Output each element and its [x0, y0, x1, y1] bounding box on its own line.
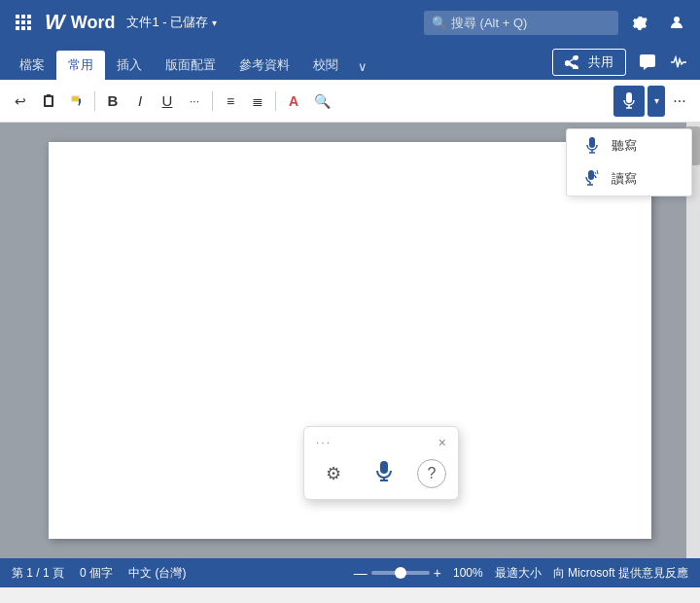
svg-rect-1 [21, 15, 25, 18]
svg-rect-15 [589, 137, 595, 148]
floating-toolbar: ··· × ⚙ ? [303, 426, 459, 500]
status-bar: 第 1 / 1 頁 0 個字 中文 (台灣) — + 100% 最適大小 向 M… [0, 558, 700, 587]
doc-title-chevron: ▾ [212, 18, 217, 28]
svg-rect-7 [21, 26, 25, 30]
dropdown-listen[interactable]: 聽寫 [567, 129, 691, 162]
grid-icon[interactable] [10, 9, 37, 36]
floating-toolbar-dots: ··· [316, 436, 332, 449]
ribbon-right-icons [634, 49, 692, 76]
paste-btn[interactable] [35, 88, 62, 115]
tab-references[interactable]: 參考資料 [228, 51, 301, 80]
app-name-label: Word [71, 13, 116, 33]
status-bar-right: — + 100% 最適大小 向 Microsoft 提供意見反應 [354, 565, 688, 582]
floating-mic-icon [375, 461, 393, 487]
floating-toolbar-top: ··· × [316, 435, 446, 450]
comment-icon[interactable] [634, 49, 661, 76]
svg-rect-21 [380, 461, 388, 474]
svg-rect-10 [47, 94, 51, 96]
feedback-label[interactable]: 向 Microsoft 提供意見反應 [553, 565, 688, 582]
share-label: 共用 [588, 53, 613, 71]
tab-home[interactable]: 常用 [56, 51, 105, 80]
svg-rect-3 [16, 20, 19, 24]
floating-mic-btn[interactable] [367, 456, 402, 491]
language-info: 中文 (台灣) [128, 565, 186, 582]
para-spacing-btn[interactable]: ≣ [245, 88, 270, 115]
user-icon[interactable] [663, 9, 690, 36]
separator-3 [275, 91, 276, 111]
svg-rect-6 [16, 26, 19, 30]
italic-btn[interactable]: I [127, 88, 153, 115]
dictation-label: 讀寫 [612, 170, 637, 188]
floating-toolbar-close[interactable]: × [438, 435, 446, 450]
floating-help-btn[interactable]: ? [417, 459, 446, 488]
mic-area: ▾ ··· 聽寫 [613, 86, 692, 117]
svg-rect-12 [626, 92, 632, 103]
separator-2 [212, 91, 213, 111]
activity-icon[interactable] [665, 49, 692, 76]
zoom-plus-btn[interactable]: + [434, 565, 441, 581]
word-count: 0 個字 [80, 565, 113, 582]
search-container: 🔍 [424, 11, 618, 35]
fit-label[interactable]: 最適大小 [495, 565, 542, 582]
bullet-list-btn[interactable]: ≡ [218, 88, 243, 115]
search-input[interactable] [424, 11, 618, 35]
dictation-icon [582, 170, 602, 188]
tab-layout[interactable]: 版面配置 [154, 51, 228, 80]
zoom-thumb [395, 567, 406, 579]
ribbon-more-btn[interactable]: ∨ [350, 53, 375, 80]
title-bar: W Word 文件1 - 已儲存 ▾ 🔍 [0, 0, 700, 45]
svg-rect-5 [27, 20, 31, 24]
tab-review[interactable]: 校閱 [301, 51, 350, 80]
format-painter-btn[interactable] [64, 88, 89, 115]
undo-btn[interactable]: ↩ [8, 88, 33, 115]
share-button[interactable]: 共用 [552, 49, 626, 76]
toolbar-more-btn[interactable]: ··· [667, 88, 692, 115]
zoom-slider[interactable] [371, 571, 430, 575]
floating-settings-btn[interactable]: ⚙ [316, 456, 351, 491]
separator-1 [94, 91, 95, 111]
font-color-btn[interactable]: A [281, 88, 306, 115]
listen-mic-icon [582, 137, 602, 155]
mic-dropdown-menu: 聽寫 讀寫 [566, 128, 692, 196]
mic-dropdown-arrow[interactable]: ▾ [648, 86, 665, 117]
doc-title-text: 文件1 - 已儲存 [126, 14, 208, 31]
zoom-percent: 100% [453, 566, 483, 580]
tab-file[interactable]: 檔案 [8, 51, 56, 80]
underline-btn[interactable]: U [155, 88, 180, 115]
toolbar: ↩ B I U ··· ≡ ≣ A 🔍 ▾ ··· [0, 80, 700, 123]
svg-rect-18 [588, 170, 594, 180]
svg-rect-11 [72, 96, 79, 101]
svg-rect-8 [27, 26, 31, 30]
more-formatting-btn[interactable]: ··· [182, 88, 207, 115]
floating-toolbar-buttons: ⚙ ? [316, 456, 446, 491]
dropdown-dictation[interactable]: 讀寫 [567, 162, 691, 195]
app-logo: W Word [45, 10, 115, 35]
svg-rect-4 [21, 20, 25, 24]
bold-btn[interactable]: B [100, 88, 125, 115]
settings-icon[interactable] [626, 9, 653, 36]
doc-title[interactable]: 文件1 - 已儲存 ▾ [126, 14, 217, 31]
mic-button[interactable] [613, 86, 645, 117]
page-info: 第 1 / 1 頁 [12, 565, 64, 582]
zoom-slider-container: — + [354, 565, 441, 581]
listen-label: 聽寫 [612, 137, 637, 155]
search-toolbar-btn[interactable]: 🔍 [308, 88, 336, 115]
svg-rect-2 [27, 15, 31, 18]
zoom-minus-btn[interactable]: — [354, 565, 368, 581]
tab-insert[interactable]: 插入 [105, 51, 154, 80]
svg-rect-0 [16, 15, 19, 18]
ribbon-tabs: 檔案 常用 插入 版面配置 參考資料 校閱 ∨ 共用 [0, 45, 700, 80]
svg-point-9 [674, 17, 680, 22]
title-right-icons [626, 9, 690, 36]
